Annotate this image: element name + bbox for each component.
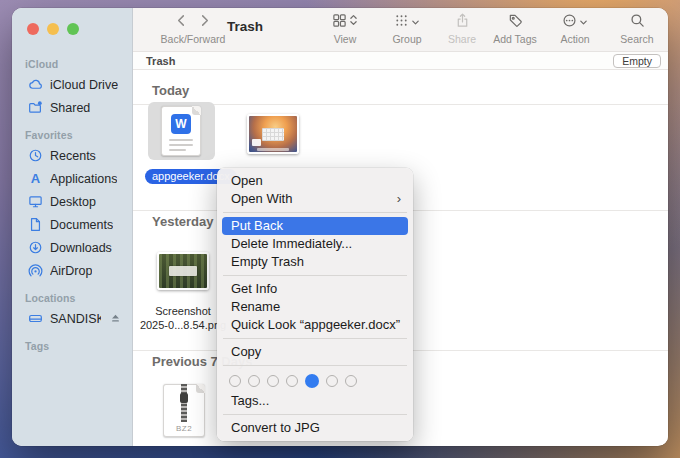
toolbar: Back/Forward Trash View <box>133 8 668 52</box>
sidebar-item-applications[interactable]: A Applications <box>12 167 132 190</box>
sidebar-section-locations: Locations <box>12 282 132 307</box>
sidebar-section-favorites: Favorites <box>12 119 132 144</box>
zoom-window-button[interactable] <box>67 23 79 35</box>
sidebar-item-shared[interactable]: Shared <box>12 96 132 119</box>
close-window-button[interactable] <box>27 23 39 35</box>
sidebar-item-recents[interactable]: Recents <box>12 144 132 167</box>
sidebar-item-documents[interactable]: Documents <box>12 213 132 236</box>
empty-trash-button[interactable]: Empty <box>613 54 661 68</box>
page-fold <box>192 106 201 115</box>
thumbnail-grid-panel <box>262 128 284 141</box>
search-button[interactable]: Search <box>606 13 668 45</box>
menu-item-convert-to-jpg[interactable]: Convert to JPG <box>217 419 413 437</box>
view-button[interactable]: View <box>314 13 376 45</box>
section-header-today: Today <box>152 83 189 98</box>
cloud-icon <box>28 77 43 92</box>
context-menu: Open Open With › Put Back Delete Immedia… <box>217 168 413 441</box>
menu-separator <box>223 338 407 339</box>
bz2-type-badge: BZ2 <box>164 424 204 433</box>
share-icon <box>455 13 470 32</box>
section-header-yesterday: Yesterday <box>152 214 213 229</box>
sidebar-item-airdrop[interactable]: AirDrop <box>12 259 132 282</box>
tag-color-circle[interactable] <box>267 375 279 387</box>
eject-icon[interactable] <box>108 311 123 326</box>
sidebar-section-tags: Tags <box>12 330 132 355</box>
grid-view-icon <box>332 13 347 32</box>
minimize-window-button[interactable] <box>47 23 59 35</box>
menu-item-rename[interactable]: Rename <box>217 298 413 316</box>
sidebar-item-icloud-drive[interactable]: iCloud Drive <box>12 73 132 96</box>
sidebar: iCloud iCloud Drive Shared Favorites Rec… <box>12 8 133 446</box>
tag-color-circle[interactable] <box>326 375 338 387</box>
menu-item-get-info[interactable]: Get Info <box>217 280 413 298</box>
applications-icon: A <box>28 171 43 186</box>
menu-item-open[interactable]: Open <box>217 172 413 190</box>
shared-folder-icon <box>28 100 43 115</box>
desktop-icon <box>28 194 43 209</box>
menu-separator <box>223 365 407 366</box>
sidebar-item-sandisk[interactable]: SANDISK… <box>12 307 132 330</box>
menu-item-copy[interactable]: Copy <box>217 343 413 361</box>
file-icon-bz2-archive[interactable]: BZ2 <box>163 384 205 437</box>
tag-color-circle[interactable] <box>248 375 260 387</box>
menu-item-empty-trash[interactable]: Empty Trash <box>217 253 413 271</box>
group-button[interactable]: Group <box>376 13 438 45</box>
path-location: Trash <box>146 55 175 67</box>
file-icon-desktop-screenshot[interactable] <box>247 114 299 154</box>
share-button: Share <box>438 13 486 45</box>
tag-color-circle[interactable] <box>286 375 298 387</box>
menu-item-open-with[interactable]: Open With › <box>217 190 413 208</box>
menu-separator <box>223 414 407 415</box>
thumbnail-dock <box>257 148 289 151</box>
chevron-down-icon <box>579 13 588 31</box>
menu-item-quick-look[interactable]: Quick Look “appgeeker.docx” <box>217 316 413 334</box>
window-controls <box>27 23 79 35</box>
menu-item-tags[interactable]: Tags... <box>217 392 413 410</box>
sidebar-item-desktop[interactable]: Desktop <box>12 190 132 213</box>
window-title: Trash <box>205 19 285 34</box>
tag-colors-row <box>217 370 413 392</box>
submenu-chevron-icon: › <box>397 190 401 208</box>
back-forward-label: Back/Forward <box>153 33 233 45</box>
zipper-graphic <box>181 384 187 422</box>
document-icon <box>28 217 43 232</box>
page-fold <box>196 384 205 393</box>
path-bar: Trash Empty <box>133 52 668 70</box>
file-icon-appgeeker-docx[interactable]: W <box>161 106 201 156</box>
word-document-icon: W <box>171 114 191 134</box>
add-tags-button[interactable]: Add Tags <box>486 13 544 45</box>
group-icon <box>394 13 409 32</box>
airdrop-icon <box>28 263 43 278</box>
thumbnail-window <box>252 139 261 146</box>
action-button[interactable]: Action <box>544 13 606 45</box>
sidebar-item-downloads[interactable]: Downloads <box>12 236 132 259</box>
clock-icon <box>28 148 43 163</box>
zipper-pull <box>180 393 188 403</box>
menu-item-put-back[interactable]: Put Back <box>222 217 408 235</box>
file-icon-forest-screenshot[interactable] <box>157 252 209 290</box>
tag-color-circle[interactable] <box>345 375 357 387</box>
sidebar-section-icloud: iCloud <box>12 48 132 73</box>
download-icon <box>28 240 43 255</box>
action-ellipsis-icon <box>562 13 577 32</box>
chevron-up-down-icon <box>349 13 358 31</box>
menu-separator <box>223 212 407 213</box>
back-icon[interactable] <box>176 13 186 31</box>
chevron-down-icon <box>411 13 420 31</box>
tag-icon <box>508 13 523 32</box>
document-text-lines <box>169 139 193 154</box>
tag-color-circle-blue-selected[interactable] <box>305 374 319 388</box>
thumbnail-toolbar <box>169 266 197 276</box>
external-drive-icon <box>28 311 43 326</box>
search-icon <box>630 13 645 32</box>
menu-item-delete-immediately[interactable]: Delete Immediately... <box>217 235 413 253</box>
menu-separator <box>223 275 407 276</box>
tag-color-circle[interactable] <box>229 375 241 387</box>
